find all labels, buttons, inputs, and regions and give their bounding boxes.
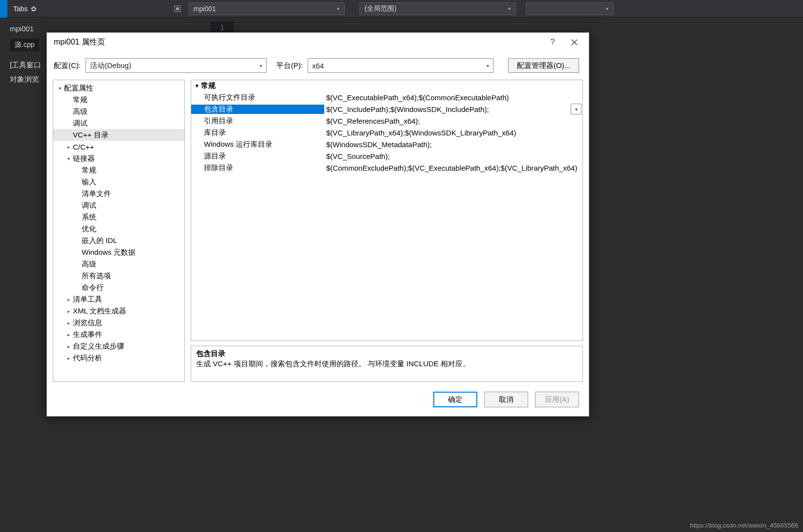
- tool-window-cut: [工具窗口: [10, 58, 41, 72]
- property-name: 排除目录: [191, 163, 324, 173]
- dropdown-button[interactable]: ▾: [571, 104, 581, 114]
- chevron-down-icon: ▾: [337, 6, 339, 11]
- tree-item-label: 高级: [82, 260, 96, 269]
- tree-item[interactable]: 输入: [53, 176, 184, 188]
- property-value[interactable]: $(VC_ReferencesPath_x64);: [324, 117, 582, 125]
- tree-item[interactable]: VC++ 目录: [53, 129, 184, 141]
- code-gutter: 1: [210, 22, 234, 33]
- tree-item[interactable]: ▸自定义生成步骤: [53, 340, 184, 352]
- tree-item[interactable]: ▸浏览信息: [53, 317, 184, 329]
- ide-toolbar: Tabs ✿ mpi001 ▾ (全局范围) ▾ ▾: [0, 0, 803, 18]
- tree-item[interactable]: 常规: [53, 94, 184, 106]
- property-row[interactable]: 包含目录$(VC_IncludePath);$(WindowsSDK_Inclu…: [191, 103, 582, 115]
- chevron-right-icon[interactable]: ▸: [65, 344, 72, 349]
- project-combo-value: mpi001: [194, 5, 216, 13]
- cancel-button[interactable]: 取消: [484, 392, 528, 407]
- platform-label: 平台(P):: [276, 61, 303, 70]
- tree-item[interactable]: 常规: [53, 164, 184, 176]
- property-row[interactable]: 库目录$(VC_LibraryPath_x64);$(WindowsSDK_Li…: [191, 127, 582, 138]
- chevron-down-icon[interactable]: ▾: [56, 86, 63, 91]
- property-row[interactable]: 源目录$(VC_SourcePath);: [191, 150, 582, 162]
- property-row[interactable]: 引用目录$(VC_ReferencesPath_x64);: [191, 115, 582, 127]
- tree-item[interactable]: Windows 元数据: [53, 246, 184, 258]
- property-value[interactable]: $(VC_LibraryPath_x64);$(WindowsSDK_Libra…: [324, 129, 582, 137]
- chevron-right-icon[interactable]: ▸: [65, 297, 72, 302]
- tree-item-label: 系统: [82, 213, 96, 222]
- file-tab[interactable]: 源.cpp: [10, 39, 39, 51]
- pin-icon[interactable]: [174, 5, 181, 13]
- tree-item[interactable]: 高级: [53, 258, 184, 270]
- gear-icon[interactable]: ✿: [31, 5, 37, 13]
- tree-item-label: VC++ 目录: [73, 131, 109, 140]
- tree-item[interactable]: ▸代码分析: [53, 352, 184, 364]
- description-body: 生成 VC++ 项目期间，搜索包含文件时使用的路径。 与环境变量 INCLUDE…: [196, 359, 578, 369]
- property-pages-dialog: mpi001 属性页 ? 配置(C): 活动(Debug) ▾ 平台(P): x…: [46, 32, 589, 417]
- tree-item[interactable]: ▾配置属性: [53, 82, 184, 94]
- tree-item-label: 所有选项: [82, 271, 111, 281]
- config-select[interactable]: 活动(Debug) ▾: [86, 58, 267, 73]
- property-name: 源目录: [191, 152, 324, 161]
- description-box: 包含目录 生成 VC++ 项目期间，搜索包含文件时使用的路径。 与环境变量 IN…: [191, 346, 583, 382]
- close-button[interactable]: [563, 35, 585, 49]
- tree-item[interactable]: ▸清单工具: [53, 293, 184, 305]
- active-tool-tab[interactable]: [0, 0, 7, 18]
- dialog-footer: 确定 取消 应用(A): [47, 385, 589, 416]
- dialog-titlebar[interactable]: mpi001 属性页 ?: [47, 33, 589, 51]
- property-row[interactable]: Windows 运行库目录$(WindowsSDK_MetadataPath);: [191, 138, 582, 150]
- tree-item[interactable]: ▸XML 文档生成器: [53, 305, 184, 317]
- platform-select[interactable]: x64 ▾: [308, 58, 493, 73]
- property-value[interactable]: $(WindowsSDK_MetadataPath);: [324, 140, 582, 149]
- property-value[interactable]: $(CommonExcludePath);$(VC_ExecutablePath…: [324, 164, 582, 172]
- tree-item[interactable]: ▾链接器: [53, 153, 184, 164]
- dialog-body: ▾配置属性常规高级调试VC++ 目录▸C/C++▾链接器常规输入清单文件调试系统…: [47, 80, 589, 385]
- tree-item-label: 嵌入的 IDL: [82, 236, 117, 245]
- tree-item[interactable]: 高级: [53, 106, 184, 117]
- project-combo[interactable]: mpi001 ▾: [188, 2, 345, 15]
- tree-item[interactable]: 嵌入的 IDL: [53, 235, 184, 246]
- project-name[interactable]: mpi001: [10, 24, 41, 33]
- tree-item-label: 清单工具: [73, 295, 102, 304]
- property-row[interactable]: 可执行文件目录$(VC_ExecutablePath_x64);$(Common…: [191, 91, 582, 103]
- tabs-tool-label[interactable]: Tabs ✿: [7, 0, 43, 17]
- chevron-right-icon[interactable]: ▸: [65, 332, 72, 337]
- config-value: 活动(Debug): [90, 61, 131, 70]
- tree-item[interactable]: 清单文件: [53, 188, 184, 200]
- tree-item-label: 命令行: [82, 283, 104, 292]
- member-combo[interactable]: ▾: [526, 2, 614, 15]
- ok-button[interactable]: 确定: [433, 392, 477, 407]
- property-grid[interactable]: ▾ 常规 可执行文件目录$(VC_ExecutablePath_x64);$(C…: [191, 80, 583, 341]
- tree-item-label: C/C++: [73, 143, 94, 151]
- property-row[interactable]: 排除目录$(CommonExcludePath);$(VC_Executable…: [191, 162, 582, 174]
- tree-item[interactable]: 所有选项: [53, 270, 184, 282]
- config-tree[interactable]: ▾配置属性常规高级调试VC++ 目录▸C/C++▾链接器常规输入清单文件调试系统…: [53, 80, 185, 382]
- tree-item-label: 代码分析: [73, 354, 102, 363]
- tree-item[interactable]: 命令行: [53, 282, 184, 293]
- chevron-right-icon[interactable]: ▸: [65, 320, 72, 326]
- dialog-title: mpi001 属性页: [54, 37, 105, 47]
- tree-item-label: 输入: [82, 177, 96, 187]
- property-name: 引用目录: [191, 116, 324, 126]
- property-value[interactable]: $(VC_ExecutablePath_x64);$(CommonExecuta…: [324, 93, 582, 102]
- tree-item[interactable]: 调试: [53, 117, 184, 129]
- property-group-header[interactable]: ▾ 常规: [191, 80, 582, 91]
- tree-item[interactable]: 系统: [53, 211, 184, 223]
- config-manager-button[interactable]: 配置管理器(O)...: [508, 58, 579, 73]
- ide-side-panel: mpi001 源.cpp [工具窗口 对象浏览: [10, 24, 41, 86]
- property-name: 库目录: [191, 128, 324, 137]
- scope-combo[interactable]: (全局范围) ▾: [359, 2, 516, 15]
- tree-item[interactable]: ▸生成事件: [53, 329, 184, 340]
- property-value[interactable]: $(VC_SourcePath);: [324, 152, 582, 160]
- apply-button[interactable]: 应用(A): [535, 392, 579, 407]
- chevron-down-icon[interactable]: ▾: [65, 156, 72, 161]
- right-column: ▾ 常规 可执行文件目录$(VC_ExecutablePath_x64);$(C…: [191, 80, 583, 382]
- tree-item[interactable]: 调试: [53, 200, 184, 211]
- property-value[interactable]: $(VC_IncludePath);$(WindowsSDK_IncludePa…: [324, 104, 582, 114]
- chevron-right-icon[interactable]: ▸: [65, 144, 72, 150]
- tree-item[interactable]: ▸C/C++: [53, 141, 184, 153]
- chevron-down-icon: ▾: [606, 6, 608, 11]
- tree-item[interactable]: 优化: [53, 223, 184, 235]
- help-button[interactable]: ?: [542, 35, 563, 49]
- object-browser-cut: 对象浏览: [10, 72, 41, 87]
- chevron-right-icon[interactable]: ▸: [65, 309, 72, 314]
- chevron-right-icon[interactable]: ▸: [65, 355, 72, 361]
